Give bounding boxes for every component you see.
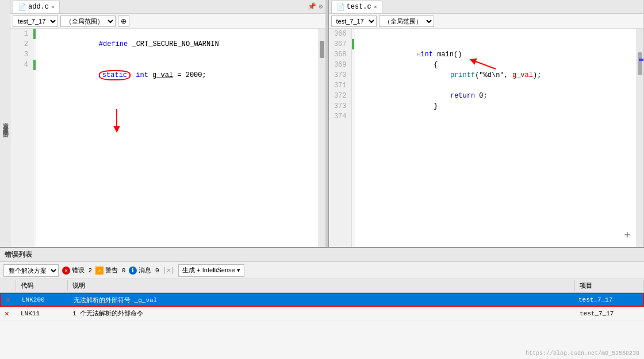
error-table: 代码 说明 项目 ✕ LNK200 无法解析的外部符号 _g_val test_… [0, 279, 644, 359]
panel-title: 错误列表 [0, 248, 644, 262]
left-editor-content: 1 2 3 4 #define _CRT_SECURE_NO [10, 29, 325, 247]
filter-separator: |✕| [163, 266, 175, 275]
line-num-367: 367 [331, 39, 349, 49]
right-scrollbar-thumb [638, 52, 642, 75]
panel-toolbar: 整个解决方案 ✕ 错误 2 ⚠ 警告 0 ℹ 消息 0 |✕| 生成 + Int… [0, 262, 644, 279]
warning-badge: ⚠ 警告 0 [95, 266, 125, 275]
left-tab-file-icon: 📄 [18, 3, 26, 11]
error-row-2[interactable]: ✕ LNK11 1 个无法解析的外部命令 test_7_17 [0, 307, 644, 321]
header-icon [0, 280, 16, 291]
right-scrollbar[interactable] [637, 29, 643, 247]
row1-project: test_7_17 [574, 295, 643, 304]
bottom-panel: 错误列表 整个解决方案 ✕ 错误 2 ⚠ 警告 0 ℹ 消息 0 |✕| 生成 … [0, 247, 644, 359]
watermark: https://blog.csdn.net/m0_53558238 [526, 350, 639, 357]
right-project-select[interactable]: test_7_17 [331, 16, 377, 27]
row2-desc: 1 个无法解析的外部命令 [68, 308, 575, 319]
line-num-372: 372 [331, 91, 349, 101]
line-num-371: 371 [331, 80, 349, 91]
right-code-line-374 [359, 111, 632, 122]
left-project-select[interactable]: test_7_17 [13, 16, 58, 27]
panel-filter-select[interactable]: 整个解决方案 [3, 264, 59, 277]
green-bar-1 [33, 29, 36, 39]
left-tab-add-c[interactable]: 📄 add.c ✕ [13, 1, 60, 13]
line-num-3: 3 [13, 49, 30, 60]
left-tab-close[interactable]: ✕ [51, 3, 55, 10]
line-num-370: 370 [331, 70, 349, 80]
right-line-numbers: 366 367 368 369 370 371 372 373 374 [329, 29, 352, 247]
row2-project: test_7_17 [575, 309, 644, 318]
left-scope-select[interactable]: （全局范围） [60, 16, 116, 27]
right-tab-bar: 📄 test.c ✕ [329, 0, 644, 14]
left-editor-pane: 📄 add.c ✕ 📌 ⚙ test_7_17 （全局范围） ⊕ [10, 0, 326, 247]
row1-error-icon: ✕ [1, 294, 17, 306]
line-num-366: 366 [331, 29, 349, 39]
line-num-373: 373 [331, 101, 349, 111]
right-code-line-372: } [359, 91, 632, 101]
right-code-line-371: return 0; [359, 80, 632, 91]
left-sidebar: 资源交件器属性喝窗口 [0, 0, 10, 247]
right-code-area[interactable]: ⊟int main() { printf("%d\n", g_val); [355, 29, 637, 247]
build-label: 生成 + IntelliSense [182, 267, 235, 273]
tab-pin-icon[interactable]: 📌 [308, 2, 316, 11]
right-editor-pane: 📄 test.c ✕ test_7_17 （全局范围） [328, 0, 645, 247]
right-green-bar-367 [352, 39, 354, 49]
tab-settings-icon[interactable]: ⚙ [319, 2, 323, 11]
right-code-line-366 [359, 29, 632, 39]
left-line-numbers: 1 2 3 4 [10, 29, 33, 247]
info-badge: ℹ 消息 0 [129, 266, 159, 275]
right-tab-test-c[interactable]: 📄 test.c ✕ [331, 1, 382, 13]
right-code-line-368: { [359, 49, 632, 60]
header-desc: 说明 [68, 280, 575, 291]
right-code-line-367: ⊟int main() [359, 39, 632, 49]
error-count: 错误 2 [72, 266, 92, 275]
line-num-4: 4 [13, 60, 30, 70]
left-tab-bar: 📄 add.c ✕ 📌 ⚙ [10, 0, 325, 14]
line-num-374: 374 [331, 111, 349, 122]
info-count: 消息 0 [139, 266, 159, 275]
right-editor-content: 366 367 368 369 370 371 372 373 374 [329, 29, 644, 247]
right-scope-select[interactable]: （全局范围） [379, 16, 434, 27]
line-num-2: 2 [13, 39, 30, 49]
line-num-369: 369 [331, 60, 349, 70]
code-line-3 [41, 49, 314, 60]
warning-icon: ⚠ [95, 267, 103, 275]
error-badge: ✕ 错误 2 [62, 266, 92, 275]
error-icon: ✕ [62, 267, 70, 275]
right-code-line-370 [359, 70, 632, 80]
right-code-line-369: printf("%d\n", g_val); [359, 60, 632, 70]
right-tab-file-icon: 📄 [336, 3, 345, 11]
warning-count: 警告 0 [105, 266, 125, 275]
left-code-area[interactable]: #define _CRT_SECURE_NO_WARNIN static int… [36, 29, 319, 247]
build-dropdown-icon: ▾ [237, 267, 240, 273]
green-bar-4 [33, 60, 36, 70]
row2-error-icon: ✕ [0, 308, 16, 319]
row2-code: LNK11 [16, 309, 68, 318]
build-filter-btn[interactable]: 生成 + IntelliSense ▾ [178, 264, 244, 277]
left-toolbar: test_7_17 （全局范围） ⊕ [10, 14, 325, 29]
header-code: 代码 [16, 280, 68, 291]
left-scrollbar-thumb [320, 41, 324, 58]
left-tab-label: add.c [28, 3, 49, 11]
info-icon: ℹ [129, 267, 137, 275]
left-tab-icons: 📌 ⚙ [308, 2, 323, 11]
header-project: 项目 [575, 280, 644, 291]
code-line-4: static int g_val = 2000; [41, 60, 314, 70]
left-expand-btn[interactable]: ⊕ [118, 16, 129, 27]
line-num-1: 1 [13, 29, 30, 39]
sidebar-label: 资源交件器属性喝窗口 [1, 118, 9, 129]
right-tab-label: test.c [347, 3, 371, 11]
left-scrollbar[interactable] [319, 29, 325, 247]
scroll-position-marker [639, 59, 643, 61]
editor-area: 资源交件器属性喝窗口 📄 add.c ✕ 📌 ⚙ test_7_17 [0, 0, 644, 247]
row1-desc: 无法解析的外部符号 _g_val [69, 295, 574, 306]
error-table-header: 代码 说明 项目 [0, 279, 644, 293]
right-toolbar: test_7_17 （全局范围） [329, 14, 644, 29]
plus-button[interactable]: ＋ [622, 227, 632, 241]
error-row-1[interactable]: ✕ LNK200 无法解析的外部符号 _g_val test_7_17 [0, 293, 644, 307]
row1-code: LNK200 [17, 295, 69, 304]
right-code-line-373 [359, 101, 632, 111]
right-tab-close[interactable]: ✕ [374, 3, 377, 10]
code-line-2 [41, 39, 314, 49]
code-line-1: #define _CRT_SECURE_NO_WARNIN [41, 29, 314, 39]
line-num-368: 368 [331, 49, 349, 60]
